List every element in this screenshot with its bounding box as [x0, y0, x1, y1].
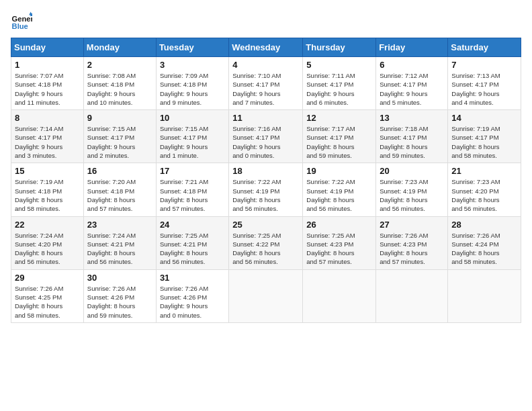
calendar-week-row: 1Sunrise: 7:07 AMSunset: 4:18 PMDaylight… [11, 57, 521, 110]
calendar-cell: 11Sunrise: 7:16 AMSunset: 4:17 PMDayligh… [229, 110, 303, 163]
day-number: 18 [232, 166, 299, 176]
day-info: Sunrise: 7:26 AMSunset: 4:23 PMDaylight:… [380, 231, 444, 267]
calendar-cell: 13Sunrise: 7:18 AMSunset: 4:17 PMDayligh… [376, 110, 448, 163]
calendar-header-friday: Friday [376, 38, 448, 57]
calendar-cell: 27Sunrise: 7:26 AMSunset: 4:23 PMDayligh… [376, 216, 448, 269]
day-info: Sunrise: 7:26 AMSunset: 4:24 PMDaylight:… [451, 231, 517, 267]
logo-icon: General Blue [11, 11, 32, 32]
day-number: 20 [380, 166, 444, 176]
day-info: Sunrise: 7:12 AMSunset: 4:17 PMDaylight:… [380, 71, 444, 107]
day-info: Sunrise: 7:25 AMSunset: 4:21 PMDaylight:… [160, 231, 225, 267]
day-number: 22 [15, 220, 80, 230]
calendar-cell [303, 269, 376, 322]
calendar-cell: 28Sunrise: 7:26 AMSunset: 4:24 PMDayligh… [448, 216, 521, 269]
calendar-cell: 10Sunrise: 7:15 AMSunset: 4:17 PMDayligh… [156, 110, 228, 163]
calendar-cell: 25Sunrise: 7:25 AMSunset: 4:22 PMDayligh… [229, 216, 303, 269]
day-number: 25 [232, 220, 299, 230]
day-info: Sunrise: 7:25 AMSunset: 4:22 PMDaylight:… [232, 231, 299, 267]
day-info: Sunrise: 7:23 AMSunset: 4:19 PMDaylight:… [380, 177, 444, 213]
day-info: Sunrise: 7:22 AMSunset: 4:19 PMDaylight:… [306, 177, 372, 213]
calendar-week-row: 22Sunrise: 7:24 AMSunset: 4:20 PMDayligh… [11, 216, 521, 269]
calendar-cell [376, 269, 448, 322]
calendar-cell: 12Sunrise: 7:17 AMSunset: 4:17 PMDayligh… [303, 110, 376, 163]
day-number: 19 [306, 166, 372, 176]
day-info: Sunrise: 7:22 AMSunset: 4:19 PMDaylight:… [232, 177, 299, 213]
day-info: Sunrise: 7:15 AMSunset: 4:17 PMDaylight:… [160, 124, 225, 160]
logo: General Blue [11, 11, 36, 32]
day-info: Sunrise: 7:24 AMSunset: 4:20 PMDaylight:… [15, 231, 80, 267]
day-number: 27 [380, 220, 444, 230]
calendar-cell [229, 269, 303, 322]
day-number: 5 [306, 60, 372, 70]
day-number: 17 [160, 166, 225, 176]
calendar-cell: 2Sunrise: 7:08 AMSunset: 4:18 PMDaylight… [83, 57, 156, 110]
calendar-cell: 24Sunrise: 7:25 AMSunset: 4:21 PMDayligh… [156, 216, 228, 269]
day-info: Sunrise: 7:16 AMSunset: 4:17 PMDaylight:… [232, 124, 299, 160]
calendar-cell: 6Sunrise: 7:12 AMSunset: 4:17 PMDaylight… [376, 57, 448, 110]
day-number: 11 [232, 113, 299, 123]
day-info: Sunrise: 7:25 AMSunset: 4:23 PMDaylight:… [306, 231, 372, 267]
calendar-cell: 31Sunrise: 7:26 AMSunset: 4:26 PMDayligh… [156, 269, 228, 322]
day-number: 8 [15, 113, 80, 123]
calendar-week-row: 15Sunrise: 7:19 AMSunset: 4:18 PMDayligh… [11, 163, 521, 216]
calendar-cell: 19Sunrise: 7:22 AMSunset: 4:19 PMDayligh… [303, 163, 376, 216]
day-number: 1 [15, 60, 80, 70]
calendar-cell: 17Sunrise: 7:21 AMSunset: 4:18 PMDayligh… [156, 163, 228, 216]
calendar-cell: 21Sunrise: 7:23 AMSunset: 4:20 PMDayligh… [448, 163, 521, 216]
day-info: Sunrise: 7:26 AMSunset: 4:26 PMDaylight:… [87, 284, 152, 320]
page-header: General Blue [11, 11, 521, 32]
day-info: Sunrise: 7:26 AMSunset: 4:26 PMDaylight:… [160, 284, 225, 320]
day-info: Sunrise: 7:14 AMSunset: 4:17 PMDaylight:… [15, 124, 80, 160]
calendar-cell: 3Sunrise: 7:09 AMSunset: 4:18 PMDaylight… [156, 57, 228, 110]
calendar-header-monday: Monday [83, 38, 156, 57]
day-number: 9 [87, 113, 152, 123]
day-info: Sunrise: 7:10 AMSunset: 4:17 PMDaylight:… [232, 71, 299, 107]
calendar-table: SundayMondayTuesdayWednesdayThursdayFrid… [11, 38, 521, 323]
calendar-header-row: SundayMondayTuesdayWednesdayThursdayFrid… [11, 38, 521, 57]
calendar-cell: 29Sunrise: 7:26 AMSunset: 4:25 PMDayligh… [11, 269, 84, 322]
day-number: 21 [451, 166, 517, 176]
day-info: Sunrise: 7:13 AMSunset: 4:17 PMDaylight:… [451, 71, 517, 107]
calendar-cell [448, 269, 521, 322]
svg-text:Blue: Blue [12, 22, 28, 30]
day-number: 15 [15, 166, 80, 176]
day-number: 4 [232, 60, 299, 70]
day-number: 23 [87, 220, 152, 230]
calendar-header-wednesday: Wednesday [229, 38, 303, 57]
calendar-header-sunday: Sunday [11, 38, 84, 57]
day-number: 10 [160, 113, 225, 123]
day-info: Sunrise: 7:23 AMSunset: 4:20 PMDaylight:… [451, 177, 517, 213]
calendar-cell: 20Sunrise: 7:23 AMSunset: 4:19 PMDayligh… [376, 163, 448, 216]
day-number: 31 [160, 273, 225, 283]
day-info: Sunrise: 7:20 AMSunset: 4:18 PMDaylight:… [87, 177, 152, 213]
day-info: Sunrise: 7:21 AMSunset: 4:18 PMDaylight:… [160, 177, 225, 213]
calendar-cell: 5Sunrise: 7:11 AMSunset: 4:17 PMDaylight… [303, 57, 376, 110]
calendar-cell: 14Sunrise: 7:19 AMSunset: 4:17 PMDayligh… [448, 110, 521, 163]
day-number: 12 [306, 113, 372, 123]
day-info: Sunrise: 7:08 AMSunset: 4:18 PMDaylight:… [87, 71, 152, 107]
day-number: 3 [160, 60, 225, 70]
calendar-cell: 16Sunrise: 7:20 AMSunset: 4:18 PMDayligh… [83, 163, 156, 216]
calendar-header-saturday: Saturday [448, 38, 521, 57]
day-number: 30 [87, 273, 152, 283]
day-info: Sunrise: 7:07 AMSunset: 4:18 PMDaylight:… [15, 71, 80, 107]
calendar-week-row: 29Sunrise: 7:26 AMSunset: 4:25 PMDayligh… [11, 269, 521, 322]
day-info: Sunrise: 7:19 AMSunset: 4:18 PMDaylight:… [15, 177, 80, 213]
day-number: 14 [451, 113, 517, 123]
day-number: 13 [380, 113, 444, 123]
day-info: Sunrise: 7:26 AMSunset: 4:25 PMDaylight:… [15, 284, 80, 320]
calendar-header-thursday: Thursday [303, 38, 376, 57]
calendar-cell: 22Sunrise: 7:24 AMSunset: 4:20 PMDayligh… [11, 216, 84, 269]
day-number: 2 [87, 60, 152, 70]
day-number: 26 [306, 220, 372, 230]
calendar-cell: 4Sunrise: 7:10 AMSunset: 4:17 PMDaylight… [229, 57, 303, 110]
calendar-cell: 8Sunrise: 7:14 AMSunset: 4:17 PMDaylight… [11, 110, 84, 163]
day-number: 6 [380, 60, 444, 70]
day-info: Sunrise: 7:24 AMSunset: 4:21 PMDaylight:… [87, 231, 152, 267]
day-number: 29 [15, 273, 80, 283]
day-info: Sunrise: 7:18 AMSunset: 4:17 PMDaylight:… [380, 124, 444, 160]
day-info: Sunrise: 7:11 AMSunset: 4:17 PMDaylight:… [306, 71, 372, 107]
day-info: Sunrise: 7:09 AMSunset: 4:18 PMDaylight:… [160, 71, 225, 107]
day-number: 24 [160, 220, 225, 230]
calendar-week-row: 8Sunrise: 7:14 AMSunset: 4:17 PMDaylight… [11, 110, 521, 163]
